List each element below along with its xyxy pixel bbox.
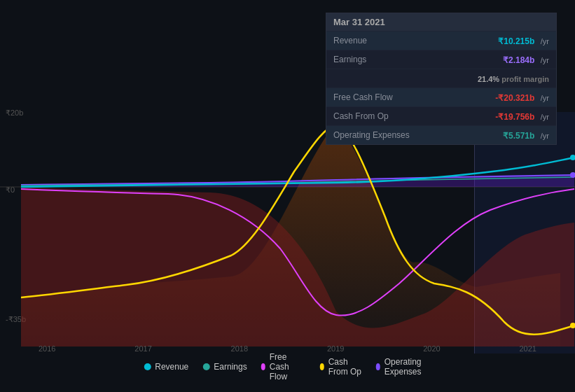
- legend-dot-cashop: [320, 363, 324, 370]
- tooltip-unit-cashop: /yr: [541, 113, 549, 121]
- tooltip-unit-earnings: /yr: [541, 56, 549, 64]
- legend-item-cashop[interactable]: Cash From Op: [320, 357, 362, 377]
- tooltip-row-earnings: Earnings ₹2.184b /yr: [326, 50, 556, 69]
- tooltip-label-opex: Operating Expenses: [333, 130, 410, 140]
- legend-dot-fcf: [261, 363, 265, 370]
- legend-dot-earnings: [202, 363, 209, 370]
- x-label-2016: 2016: [39, 344, 55, 353]
- legend-label-opex: Operating Expenses: [385, 357, 431, 377]
- tooltip-value-earnings: ₹2.184b: [503, 55, 534, 65]
- legend-item-revenue[interactable]: Revenue: [144, 362, 188, 372]
- legend-label-earnings: Earnings: [214, 362, 247, 372]
- tooltip-row-margin: 21.4% profit margin: [326, 69, 556, 88]
- legend-dot-opex: [376, 363, 380, 370]
- tooltip-unit-fcf: /yr: [541, 94, 549, 102]
- tooltip-label-cashop: Cash From Op: [333, 111, 389, 121]
- x-label-2021: 2021: [519, 344, 536, 353]
- tooltip-unit-revenue: /yr: [541, 37, 549, 46]
- legend-dot-revenue: [144, 363, 151, 370]
- x-axis: 2016 2017 2018 2019 2020 2021: [0, 339, 575, 353]
- legend-label-fcf: Free Cash Flow: [270, 352, 306, 382]
- svg-point-1: [570, 155, 575, 160]
- legend-item-earnings[interactable]: Earnings: [202, 362, 247, 372]
- tooltip-row-opex: Operating Expenses ₹5.571b /yr: [326, 125, 556, 144]
- tooltip-value-cashop: -₹19.756b: [495, 112, 534, 122]
- tooltip-label-revenue: Revenue: [333, 36, 367, 46]
- tooltip-row-cashop: Cash From Op -₹19.756b /yr: [326, 106, 556, 125]
- legend-item-fcf[interactable]: Free Cash Flow: [261, 352, 306, 382]
- tooltip-profit-margin: 21.4% profit margin: [478, 75, 549, 83]
- legend-item-opex[interactable]: Operating Expenses: [376, 357, 431, 377]
- tooltip-row-revenue: Revenue ₹10.215b /yr: [326, 31, 556, 50]
- tooltip-value-fcf: -₹20.321b: [495, 93, 534, 103]
- legend-label-revenue: Revenue: [155, 362, 188, 372]
- legend: Revenue Earnings Free Cash Flow Cash Fro…: [144, 352, 431, 382]
- legend-label-cashop: Cash From Op: [328, 357, 362, 377]
- tooltip-label-earnings: Earnings: [333, 55, 366, 64]
- tooltip-row-fcf: Free Cash Flow -₹20.321b /yr: [326, 88, 556, 106]
- tooltip-label-fcf: Free Cash Flow: [333, 92, 393, 102]
- tooltip-value-revenue: ₹10.215b: [498, 36, 534, 46]
- tooltip-header: Mar 31 2021: [326, 13, 556, 31]
- tooltip-unit-opex: /yr: [541, 132, 549, 140]
- chart-container: Mar 31 2021 Revenue ₹10.215b /yr Earning…: [0, 0, 575, 392]
- tooltip-value-opex: ₹5.571b: [503, 131, 534, 141]
- tooltip-box: Mar 31 2021 Revenue ₹10.215b /yr Earning…: [326, 13, 557, 145]
